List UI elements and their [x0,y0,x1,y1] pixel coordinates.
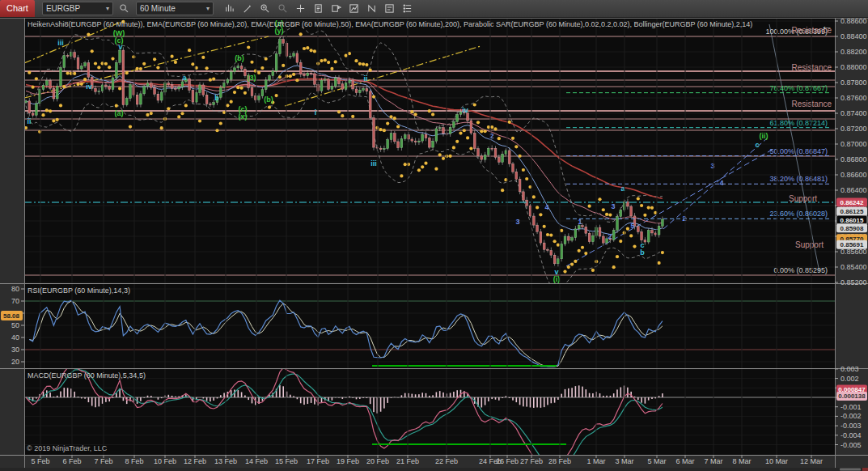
svg-text:17 Feb: 17 Feb [307,457,329,465]
svg-text:(i): (i) [553,275,561,283]
svg-text:61.80% (0.87214): 61.80% (0.87214) [769,119,828,127]
svg-text:0.88400: 0.88400 [840,32,867,40]
interval-select[interactable]: 60 Minute ▾ [136,2,214,15]
svg-text:8 Mar: 8 Mar [732,457,751,465]
svg-text:0.86400: 0.86400 [840,186,867,194]
toolbar: Chart EURGBP ▾ 60 Minute ▾ [0,0,868,18]
svg-text:5 Feb: 5 Feb [31,457,49,465]
svg-text:30: 30 [11,346,19,354]
svg-text:0.87600: 0.87600 [840,94,867,102]
svg-text:5 Mar: 5 Mar [647,457,666,465]
svg-text:15 Feb: 15 Feb [275,457,298,465]
svg-text:Support: Support [795,240,824,249]
macd-badge: 0.000138 [836,392,867,401]
svg-text:0.00% (0.85295): 0.00% (0.85295) [773,266,828,274]
price-badge: 0.86015 [836,215,867,224]
svg-text:50.00% (0.86847): 50.00% (0.86847) [769,147,828,155]
svg-text:10 Mar: 10 Mar [765,457,788,465]
svg-text:(3): (3) [248,74,256,82]
svg-text:22 Feb: 22 Feb [435,457,458,465]
svg-text:-0.004: -0.004 [840,431,862,439]
symbol-select[interactable]: EURGBP ▾ [42,2,113,15]
price-badge: 0.85908 [836,223,867,232]
horizontal-scrollbar-thumb[interactable] [840,469,861,471]
svg-text:0.85200: 0.85200 [840,278,867,286]
svg-text:50: 50 [11,321,19,329]
svg-text:0.85908: 0.85908 [840,225,864,232]
indicators-icon[interactable] [347,2,362,16]
svg-text:4: 4 [544,203,548,211]
svg-text:1 Mar: 1 Mar [586,457,605,465]
svg-text:b: b [214,94,219,102]
list-icon[interactable] [400,2,415,16]
properties-icon[interactable] [383,2,397,16]
svg-text:7 Mar: 7 Mar [704,457,722,465]
chevron-down-icon: ▾ [106,5,109,12]
svg-text:(ii): (ii) [760,132,768,140]
svg-text:0.86800: 0.86800 [840,155,867,163]
svg-text:38.20% (0.86481): 38.20% (0.86481) [769,175,828,183]
svg-text:-0.005: -0.005 [840,441,862,449]
svg-text:0.87400: 0.87400 [840,109,867,117]
svg-text:6 Mar: 6 Mar [675,457,694,465]
rsi-badge: 58.08 [1,311,23,320]
svg-text:21 Feb: 21 Feb [396,457,419,465]
svg-text:28 Feb: 28 Feb [548,457,571,465]
svg-text:0.87200: 0.87200 [840,125,867,133]
svg-text:80: 80 [11,285,19,293]
svg-text:0.88600: 0.88600 [840,17,867,25]
svg-text:-0.001: -0.001 [840,403,862,411]
svg-text:70: 70 [11,297,19,305]
svg-text:iii: iii [370,159,377,168]
svg-text:1: 1 [578,218,582,226]
svg-text:-0.002: -0.002 [840,412,862,420]
toolbar-icon-group [221,2,417,16]
svg-text:i: i [315,108,317,117]
drawing-tools-icon[interactable] [365,2,379,16]
svg-text:27 Feb: 27 Feb [520,457,543,465]
instrument-search-icon[interactable] [117,2,132,16]
symbol-value: EURGBP [46,4,80,13]
svg-text:7 Feb: 7 Feb [94,457,112,465]
svg-text:58.08: 58.08 [3,312,20,320]
svg-text:40: 40 [11,333,19,342]
chevron-down-icon: ▾ [206,5,210,12]
svg-text:Support: Support [789,194,817,203]
svg-text:c: c [755,141,759,149]
rsi-label: RSI(EURGBP (60 Minute),14,3) [28,286,130,295]
price-badge: 0.85691 [836,240,867,249]
svg-text:0.86600: 0.86600 [840,171,867,179]
svg-text:ii: ii [27,117,31,125]
zoom-in-icon[interactable] [258,2,273,16]
svg-text:2: 2 [682,214,686,223]
price-badge: 0.86242 [836,198,867,207]
new-panel-icon[interactable] [311,2,326,16]
svg-text:0.85400: 0.85400 [840,263,867,271]
ninjatrader-chart-window: { "toolbar": { "tab_label": "Chart", "sy… [0,0,868,471]
svg-text:0.88200: 0.88200 [840,48,867,56]
svg-text:20 Feb: 20 Feb [366,457,389,465]
zoom-out-icon[interactable] [276,2,290,16]
chart-canvas[interactable]: 100.00% (0.88399)76.40% (0.87667)61.80% … [0,0,868,471]
svg-text:b: b [640,248,645,257]
svg-text:19 Feb: 19 Feb [337,457,359,465]
crosshair-icon[interactable] [294,2,308,16]
svg-text:4: 4 [719,179,723,187]
scroll-to-latest-icon[interactable]: ← [821,19,833,32]
svg-text:0.86125: 0.86125 [840,208,864,215]
svg-text:10 Feb: 10 Feb [154,457,176,465]
svg-text:0.000138: 0.000138 [838,392,866,400]
svg-text:12 Mar: 12 Mar [800,457,823,465]
draw-icon[interactable] [240,2,255,16]
chart-tab[interactable]: Chart [0,0,35,17]
svg-text:(b): (b) [235,54,244,62]
data-box-icon[interactable] [329,2,344,16]
svg-text:3 Mar: 3 Mar [615,457,633,465]
svg-text:6 Feb: 6 Feb [62,457,81,465]
svg-text:ii: ii [363,74,367,83]
svg-text:0.87800: 0.87800 [840,78,867,87]
chart-style-icon[interactable] [222,2,237,16]
svg-text:5: 5 [630,222,634,230]
svg-text:0.88000: 0.88000 [840,63,867,71]
svg-text:0.002: 0.002 [840,375,859,383]
